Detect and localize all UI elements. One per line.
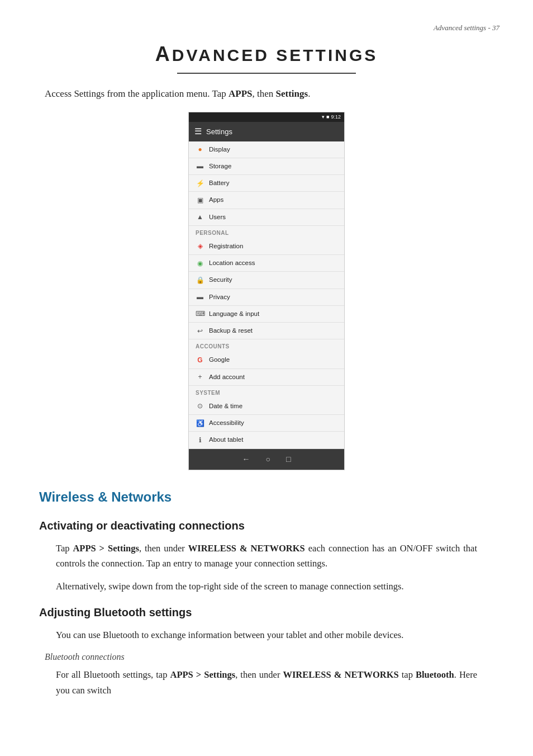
- intro-text-before: Access Settings from the application men…: [45, 88, 229, 99]
- bold-wireless-networks-1: WIRELESS & NETWORKS: [188, 543, 305, 554]
- privacy-label: Privacy: [209, 292, 230, 302]
- para-bluetooth-1: You can use Bluetooth to exchange inform…: [34, 627, 499, 642]
- bold-bluetooth: Bluetooth: [416, 669, 454, 680]
- section-label-accounts: ACCOUNTS: [189, 339, 344, 352]
- settings-item-datetime: ⊙ Date & time: [189, 398, 344, 415]
- display-icon: ●: [196, 145, 204, 154]
- about-label: About tablet: [209, 435, 243, 445]
- settings-item-add-account: + Add account: [189, 369, 344, 386]
- settings-item-users: ▲ Users: [189, 209, 344, 226]
- intro-bold-apps: APPS: [229, 88, 253, 99]
- location-icon: ◉: [196, 259, 204, 268]
- subsection-title-activating: Activating or deactivating connections: [34, 517, 499, 534]
- para-bt-connections-1: For all Bluetooth settings, tap APPS > S…: [34, 667, 499, 697]
- device-statusbar: ▾ ■ 9:12: [189, 112, 344, 122]
- accessibility-icon: ♿: [196, 419, 204, 428]
- subsection-title-bluetooth: Adjusting Bluetooth settings: [34, 604, 499, 621]
- settings-item-accessibility: ♿ Accessibility: [189, 415, 344, 432]
- statusbar-icons: ▾ ■ 9:12: [322, 114, 341, 121]
- section-label-system: SYSTEM: [189, 386, 344, 398]
- chapter-title-prefix: A: [155, 42, 172, 65]
- datetime-icon: ⊙: [196, 401, 204, 410]
- location-label: Location access: [209, 258, 255, 268]
- settings-item-about: ℹ About tablet: [189, 432, 344, 448]
- time-display: 9:12: [331, 114, 341, 121]
- settings-item-backup: ↩ Backup & reset: [189, 323, 344, 339]
- section-label-personal: PERSONAL: [189, 226, 344, 238]
- settings-list: ● Display ▬ Storage ⚡ Battery ▣ Apps ▲: [189, 141, 344, 449]
- settings-item-display: ● Display: [189, 141, 344, 158]
- bold-apps-settings-2: APPS > Settings: [170, 669, 235, 680]
- settings-item-apps: ▣ Apps: [189, 192, 344, 209]
- para-activating-1: Tap APPS > Settings, then under WIRELESS…: [34, 541, 499, 571]
- registration-label: Registration: [209, 242, 243, 251]
- users-icon: ▲: [196, 212, 204, 221]
- settings-header-title: Settings: [206, 126, 232, 138]
- add-account-label: Add account: [209, 372, 245, 382]
- device-header: ☰ Settings: [189, 122, 344, 141]
- section-title-wireless: Wireless & Networks: [34, 487, 499, 507]
- settings-item-privacy: ▬ Privacy: [189, 289, 344, 306]
- battery-settings-icon: ⚡: [196, 179, 204, 188]
- language-icon: ⌨: [196, 309, 204, 318]
- chapter-title: ADVANCED SETTINGS: [34, 39, 499, 69]
- settings-item-security: 🔒 Security: [189, 272, 344, 289]
- settings-item-storage: ▬ Storage: [189, 158, 344, 175]
- hamburger-icon: ☰: [194, 125, 202, 138]
- intro-text-after: .: [308, 88, 310, 99]
- settings-item-language: ⌨ Language & input: [189, 306, 344, 323]
- wifi-icon: ▾: [322, 114, 325, 121]
- google-icon: G: [196, 356, 204, 365]
- back-nav-btn: ←: [242, 453, 250, 465]
- recents-nav-btn: □: [286, 453, 291, 465]
- settings-item-registration: ◈ Registration: [189, 238, 344, 255]
- para-activating-2: Alternatively, swipe down from the top-r…: [34, 579, 499, 594]
- display-label: Display: [209, 145, 230, 154]
- home-nav-btn: ○: [266, 453, 270, 465]
- apps-label: Apps: [209, 195, 223, 205]
- settings-item-google: G Google: [189, 352, 344, 368]
- registration-icon: ◈: [196, 242, 204, 251]
- battery-label: Battery: [209, 178, 229, 188]
- storage-icon: ▬: [196, 162, 204, 171]
- intro-paragraph: Access Settings from the application men…: [34, 86, 499, 102]
- privacy-icon: ▬: [196, 292, 204, 301]
- add-account-icon: +: [196, 372, 204, 381]
- page-number: Advanced settings - 37: [34, 22, 499, 34]
- settings-item-battery: ⚡ Battery: [189, 175, 344, 192]
- title-underline: [177, 73, 356, 74]
- settings-item-location: ◉ Location access: [189, 255, 344, 272]
- intro-text-middle: , then: [252, 88, 275, 99]
- about-icon: ℹ: [196, 436, 204, 445]
- apps-icon: ▣: [196, 196, 204, 205]
- users-label: Users: [209, 212, 226, 222]
- device-navbar: ← ○ □: [189, 449, 344, 470]
- subheading-bt-connections: Bluetooth connections: [34, 650, 499, 664]
- battery-icon: ■: [326, 114, 329, 121]
- device-screenshot: ▾ ■ 9:12 ☰ Settings ● Display ▬ Storage: [188, 112, 345, 470]
- backup-icon: ↩: [196, 327, 204, 336]
- security-icon: 🔒: [196, 276, 204, 285]
- screenshot-container: ▾ ■ 9:12 ☰ Settings ● Display ▬ Storage: [34, 112, 499, 470]
- backup-label: Backup & reset: [209, 326, 253, 336]
- datetime-label: Date & time: [209, 401, 242, 411]
- storage-label: Storage: [209, 162, 231, 171]
- bold-apps-settings-1: APPS > Settings: [73, 543, 139, 554]
- language-label: Language & input: [209, 309, 259, 319]
- chapter-title-rest: DVANCED SETTINGS: [172, 46, 378, 64]
- intro-bold-settings: Settings: [276, 88, 308, 99]
- accessibility-label: Accessibility: [209, 418, 244, 428]
- security-label: Security: [209, 275, 232, 285]
- bold-wireless-networks-2: WIRELESS & NETWORKS: [283, 669, 398, 680]
- google-label: Google: [209, 355, 230, 365]
